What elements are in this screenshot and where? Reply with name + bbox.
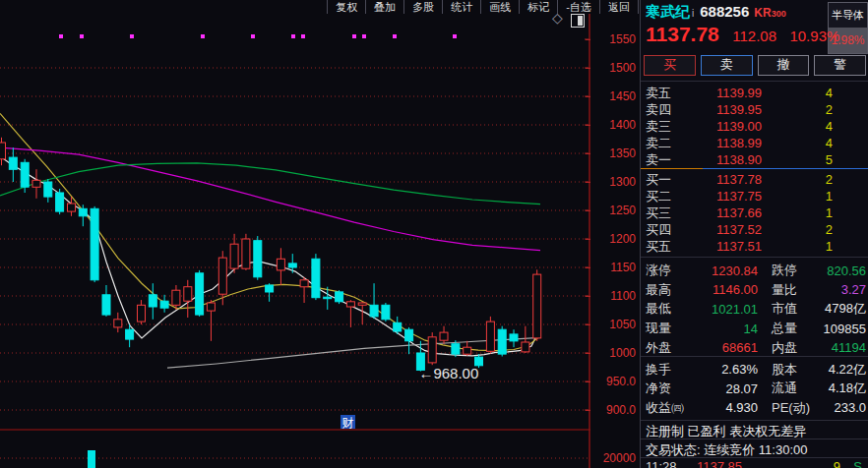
orderbook-row-buy[interactable]: 买二1137.751 (646, 188, 864, 205)
stats-row: 涨停1230.84跌停820.56 (646, 261, 866, 280)
stats-row: 换手2.63%股本4.22亿 (646, 360, 866, 380)
stat-label: 内盘 (772, 339, 817, 357)
orderbook-quantity: 1 (762, 239, 864, 254)
orderbook-quantity: 1 (762, 205, 864, 220)
price-tick-label: 1250 (609, 205, 636, 216)
stock-app-window: 复权叠加多股统计画线标记-自选返回 ←968.00财 ◇ 15501500145… (0, 0, 868, 468)
orderbook-level-label: 卖四 (646, 101, 685, 119)
toolbar-item-[interactable]: 复权 (327, 0, 365, 14)
tick-price: 1137.85 (697, 459, 783, 468)
candle (207, 303, 215, 311)
kline-svg: ←968.00财 (0, 0, 590, 468)
tick-mark (586, 239, 590, 240)
signal-dot (393, 34, 397, 38)
stat-value: 2.63% (689, 362, 758, 377)
orderbook-row-sell[interactable]: 卖五1139.994 (646, 85, 864, 101)
candle (32, 180, 40, 187)
stock-header: 寒武纪i688256KR300 (646, 3, 786, 22)
candle (533, 274, 541, 338)
split-view-icon[interactable] (571, 14, 585, 28)
orderbook-level-label: 卖三 (646, 118, 685, 136)
tick-mark (586, 353, 590, 354)
orderbook-row-buy[interactable]: 买一1137.782 (646, 171, 864, 188)
orderbook-price: 1138.99 (685, 136, 762, 150)
candle (21, 162, 29, 187)
candle (312, 259, 320, 297)
orderbook-price: 1139.00 (685, 119, 762, 134)
candle (394, 322, 402, 331)
candle (102, 295, 110, 315)
tick-mark (586, 324, 590, 325)
candle (68, 204, 76, 211)
orderbook-row-buy[interactable]: 买三1137.661 (646, 205, 864, 221)
toolbar-item-[interactable]: 叠加 (365, 0, 403, 14)
info-icon[interactable]: i (692, 8, 694, 19)
price-row: 1137.78 112.08 10.93% (646, 23, 839, 46)
signal-dot (453, 34, 457, 38)
stat-label: 总量 (772, 320, 817, 337)
orderbook-row-sell[interactable]: 卖一1138.905 (646, 151, 864, 168)
candle (464, 347, 471, 354)
event-marker-label: 财 (342, 416, 354, 430)
orderbook-row-sell[interactable]: 卖三1139.004 (646, 118, 864, 135)
stat-label: 现量 (646, 320, 689, 337)
divider (641, 81, 868, 82)
stat-value: 28.07 (689, 381, 758, 396)
toolbar-item-[interactable]: 返回 (599, 0, 639, 14)
orderbook-row-buy[interactable]: 买四1137.522 (646, 221, 864, 238)
low-price-annotation: ←968.00 (418, 365, 478, 381)
toolbar-item-[interactable]: -自选 (557, 0, 599, 14)
stats-row: 最高1146.00量比3.27 (646, 280, 866, 300)
stock-tag-number: 300 (772, 9, 786, 19)
orderbook-price: 1137.66 (685, 205, 762, 220)
orderbook-level-label: 卖二 (646, 135, 685, 152)
tick-side: S (840, 459, 862, 468)
toolbar-item-[interactable]: 画线 (480, 0, 519, 14)
candle (510, 334, 518, 341)
tick-mark (586, 182, 590, 183)
quote-panel: 寒武纪i688256KR300 半导体 1.98% 1137.78 112.08… (640, 0, 868, 468)
stat-label: 外盘 (646, 339, 689, 357)
price-tick-label: 1450 (609, 90, 636, 102)
candle (79, 208, 87, 216)
kline-chart[interactable]: ←968.00财 ◇ (0, 0, 590, 468)
stat-label: 涨停 (646, 262, 689, 279)
orderbook-quantity: 1 (762, 189, 864, 204)
orderbook-quantity: 2 (762, 222, 864, 237)
orderbook-level-label: 买四 (646, 221, 685, 239)
change-percent: 10.93% (789, 28, 839, 44)
trade-button-卖[interactable]: 卖 (701, 55, 753, 76)
toolbar-item-[interactable]: 统计 (442, 0, 480, 14)
volume-bar (88, 450, 95, 468)
stat-label: 换手 (646, 361, 689, 379)
orderbook-price: 1137.52 (685, 222, 762, 237)
candle (288, 263, 296, 267)
orderbook-row-sell[interactable]: 卖四1139.952 (646, 101, 864, 118)
trade-button-买[interactable]: 买 (644, 55, 696, 76)
signal-dot (80, 34, 84, 38)
trade-button-撤[interactable]: 撤 (758, 55, 810, 76)
toolbar-item-[interactable]: 多股 (403, 0, 442, 14)
orderbook-row-buy[interactable]: 买五1137.511 (646, 238, 864, 255)
candle (160, 301, 168, 308)
candle (114, 320, 122, 327)
signal-dot (251, 34, 255, 38)
orderbook-quantity: 4 (762, 86, 864, 100)
ma-line-MA10 (0, 113, 540, 350)
price-tick-label: 1500 (609, 62, 636, 74)
price-tick-label: 1200 (609, 233, 636, 245)
orderbook-quantity: 2 (762, 102, 864, 117)
tick-row: 11:28 1137.85 9 S (646, 459, 862, 468)
orderbook-row-sell[interactable]: 卖二1138.994 (646, 135, 864, 151)
stat-label: 股本 (772, 361, 817, 379)
stat-value: 4.22亿 (817, 361, 866, 379)
trade-button-警[interactable]: 警 (814, 55, 866, 76)
signal-dot (291, 34, 295, 38)
signal-dot (362, 34, 366, 38)
stock-code: 688256 (700, 3, 749, 20)
toolbar-item-[interactable]: 标记 (519, 0, 557, 14)
orderbook-price: 1139.99 (685, 86, 762, 100)
candle (126, 329, 134, 339)
stats-row: 收益㈣4.930PE(动)233.0 (646, 398, 866, 418)
tick-mark (586, 96, 590, 97)
